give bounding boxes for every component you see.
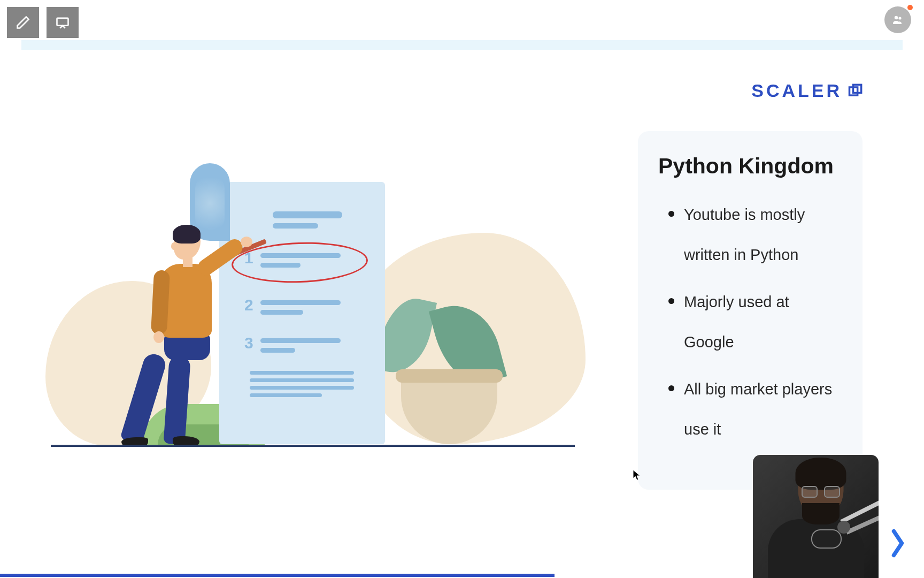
slide-top-band	[21, 40, 903, 50]
doc-text-line	[250, 386, 354, 390]
content-card: Python Kingdom Youtube is mostly written…	[638, 131, 863, 490]
doc-text-line	[250, 393, 322, 397]
list-item: Majorly used at Google	[658, 282, 842, 363]
present-tool-button[interactable]	[47, 7, 79, 38]
svg-line-5	[841, 492, 879, 522]
brand-icon	[848, 83, 863, 98]
svg-point-2	[898, 17, 901, 19]
slide-illustration: 1 2 3	[51, 158, 575, 447]
video-progress-bar[interactable]	[0, 574, 555, 577]
brand-text: SCALER	[751, 80, 842, 101]
svg-point-1	[895, 16, 898, 19]
list-item: Youtube is mostly written in Python	[658, 195, 842, 276]
person-hand-icon	[153, 331, 164, 343]
doc-text-line	[260, 300, 341, 305]
webcam-hair-icon	[795, 458, 846, 490]
brand-logo: SCALER	[751, 80, 863, 101]
card-title: Python Kingdom	[658, 154, 842, 179]
people-icon	[891, 13, 904, 26]
person-leg-icon	[120, 352, 168, 445]
doc-header-line	[273, 211, 342, 218]
pencil-icon	[16, 15, 30, 30]
cursor-icon	[633, 469, 641, 481]
participants-button[interactable]	[884, 6, 911, 33]
next-slide-button[interactable]	[885, 524, 911, 562]
document-roll-shadow-icon	[195, 174, 225, 233]
doc-text-line	[250, 378, 354, 382]
mic-arm-icon	[782, 487, 879, 557]
doc-text-line	[260, 310, 303, 315]
presentation-icon	[55, 15, 70, 30]
svg-point-7	[837, 521, 850, 534]
doc-header-line	[273, 223, 318, 229]
person-ear-icon	[171, 242, 176, 250]
floor-line	[51, 445, 575, 447]
doc-text-line	[260, 348, 295, 353]
chevron-right-icon	[888, 527, 907, 559]
svg-rect-8	[812, 530, 841, 548]
person-hip-icon	[164, 334, 210, 360]
webcam-feed[interactable]	[753, 455, 879, 578]
person-arm-icon	[195, 236, 245, 278]
card-bullet-list: Youtube is mostly written in Python Majo…	[658, 195, 842, 450]
person-hair-icon	[173, 225, 201, 244]
person-hand-icon	[241, 237, 252, 247]
list-item: All big market players use it	[658, 369, 842, 450]
person-leg-icon	[164, 355, 191, 445]
doc-text-line	[250, 371, 354, 375]
person-arm-icon	[151, 270, 170, 334]
svg-rect-0	[57, 18, 68, 26]
doc-text-line	[260, 338, 341, 343]
top-toolbar	[7, 7, 79, 38]
person-illustration	[120, 227, 259, 446]
plant-pot-rim-icon	[396, 369, 503, 383]
pencil-tool-button[interactable]	[7, 7, 39, 38]
